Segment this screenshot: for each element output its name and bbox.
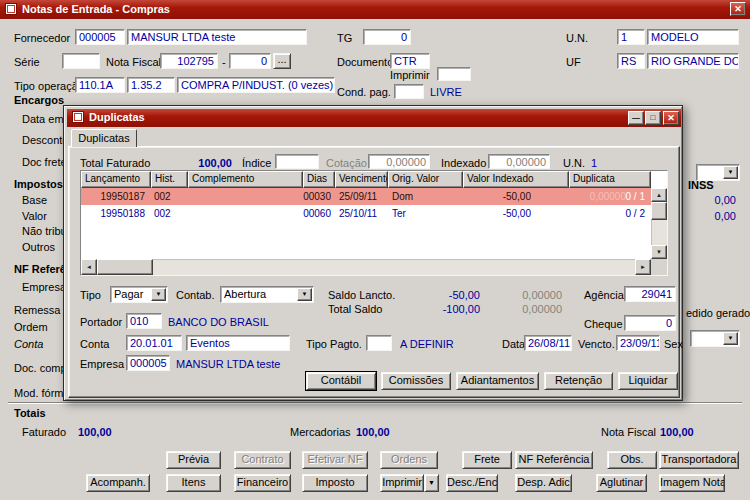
un-code-field[interactable]: 1	[617, 29, 645, 45]
col-complemento[interactable]: Complemento	[188, 171, 303, 188]
window-title: Notas de Entrada - Compras	[22, 3, 170, 15]
retencao-button[interactable]: Retenção	[544, 372, 613, 390]
fornecedor-name-field[interactable]: MANSUR LTDA teste	[127, 29, 307, 45]
uf-label: UF	[566, 56, 581, 68]
desp-adic-button[interactable]: Desp. Adic	[515, 474, 572, 492]
financeiro-button[interactable]: Financeiro	[234, 474, 291, 492]
vencto-weekday: Sex	[664, 338, 683, 350]
col-valor-indexado[interactable]: Valor Indexado	[463, 171, 569, 188]
un-name-field[interactable]: MODELO	[647, 29, 739, 45]
empresa-field[interactable]: 000005	[126, 355, 170, 371]
tipo-pagto-field[interactable]	[366, 335, 392, 351]
nota-fiscal-number-field[interactable]: 102795	[160, 53, 218, 69]
portador-name: BANCO DO BRASIL	[168, 316, 269, 328]
cond-pag-field[interactable]	[394, 84, 424, 99]
vscroll-thumb[interactable]	[651, 202, 667, 220]
chevron-down-icon[interactable]: ▼	[723, 166, 738, 179]
mercadorias-value: 100,00	[356, 426, 390, 438]
chevron-down-icon[interactable]: ▼	[297, 288, 312, 301]
imagem-nota-button[interactable]: Imagem Nota	[659, 474, 725, 492]
col-duplicata[interactable]: Duplicata	[569, 171, 651, 188]
tipo-operacao-desc-field[interactable]: COMPRA P/INDUST. (0 vezes)	[177, 77, 335, 93]
col-orig-valor[interactable]: Orig. Valor	[388, 171, 463, 188]
cheque-label: Cheque	[584, 318, 623, 330]
close-icon[interactable]: ✕	[730, 2, 746, 16]
data-label: Data	[502, 338, 525, 350]
imprimir-dropdown-icon[interactable]: ▼	[424, 474, 439, 492]
aglutinar-button[interactable]: Aglutinar	[596, 474, 647, 492]
tipo-select[interactable]: Pagar ▼	[110, 286, 168, 303]
totais-title: Totais	[14, 407, 46, 419]
uf-name-field[interactable]: RIO GRANDE DO SUL	[647, 53, 739, 69]
portador-code-field[interactable]: 010	[126, 313, 162, 329]
table-row-selected[interactable]: 19950187 002 00030 25/09/11 Dom -50,00 0…	[81, 188, 651, 205]
table-row[interactable]: 19950188 002 00060 25/10/11 Ter -50,00 0…	[81, 205, 651, 222]
vencto-field[interactable]: 23/09/11	[616, 335, 660, 351]
imposto-button[interactable]: Imposto	[302, 474, 368, 492]
documento-label: Documento	[337, 56, 393, 68]
cheque-field[interactable]: 0	[624, 315, 676, 331]
chevron-down-icon[interactable]: ▼	[151, 288, 166, 301]
label-remessa: Remessa	[14, 304, 60, 316]
nf-referencia-button[interactable]: NF Referência	[515, 451, 593, 469]
indice-label: Índice	[242, 157, 271, 169]
indice-field[interactable]	[275, 154, 319, 169]
un-header-label: U.N.	[563, 157, 585, 169]
nota-fiscal-suffix-field[interactable]: 0	[229, 53, 271, 69]
desc-enc-button[interactable]: Desc./Enc	[446, 474, 498, 492]
saldo-lancto-indexado: 0,00000	[488, 289, 562, 301]
close-icon[interactable]: ✕	[663, 111, 679, 125]
minimize-icon[interactable]: —	[628, 111, 644, 125]
fornecedor-code-field[interactable]: 000005	[75, 29, 125, 45]
frete-button[interactable]: Frete	[462, 451, 512, 469]
conta-label: Conta	[80, 338, 109, 350]
browse-button[interactable]: ...	[273, 53, 291, 69]
scroll-up-icon[interactable]: ▲	[651, 188, 667, 202]
horizontal-scrollbar[interactable]: ◄ ►	[81, 259, 651, 275]
cell-orig-valor: -50,00	[441, 190, 531, 203]
obs-button[interactable]: Obs.	[607, 451, 657, 469]
col-hist[interactable]: Hist.	[151, 171, 188, 188]
hscroll-thumb[interactable]	[97, 259, 153, 275]
col-lancamento[interactable]: Lançamento	[81, 171, 151, 188]
tipo-operacao-code1-field[interactable]: 110.1A	[75, 77, 125, 93]
pedido-gerado-label: edido gerado	[686, 307, 750, 319]
cell-lancamento: 19950187	[85, 190, 145, 203]
indexado-field: 0,00000	[488, 154, 550, 169]
previa-button[interactable]: Prévia	[166, 451, 221, 469]
scroll-down-icon[interactable]: ▼	[651, 245, 667, 259]
col-vencimento[interactable]: Vencimento	[335, 171, 388, 188]
adiantamentos-button[interactable]: Adiantamentos	[456, 372, 539, 390]
dialog-titlebar[interactable]: Duplicatas — □ ✕	[67, 109, 681, 127]
scroll-right-icon[interactable]: ►	[635, 259, 651, 275]
tab-duplicatas[interactable]: Duplicatas	[71, 129, 137, 147]
serie-field[interactable]	[62, 53, 100, 69]
liquidar-button[interactable]: Liquidar	[618, 372, 678, 390]
transportadora-button[interactable]: Transportadora	[659, 451, 739, 469]
main-titlebar[interactable]: Notas de Entrada - Compras ✕	[0, 0, 750, 19]
comissoes-button[interactable]: Comissões	[381, 372, 451, 390]
cond-pag-label: Cond. pag.	[337, 86, 391, 98]
tg-field[interactable]: 0	[363, 29, 411, 45]
itens-button[interactable]: Itens	[166, 474, 221, 492]
data-field[interactable]: 26/08/11	[524, 335, 572, 351]
scroll-left-icon[interactable]: ◄	[81, 259, 97, 275]
acompanh-button[interactable]: Acompanh.	[86, 474, 150, 492]
col-dias[interactable]: Dias	[303, 171, 335, 188]
totais-divider	[8, 402, 742, 404]
agencia-field[interactable]: 29041	[624, 286, 676, 302]
conta-name-field[interactable]: Eventos	[186, 335, 290, 351]
ordens-button: Ordens	[380, 451, 438, 469]
maximize-icon[interactable]: □	[645, 111, 661, 125]
conta-code-field[interactable]: 20.01.01	[126, 335, 182, 351]
vertical-scrollbar[interactable]: ▲ ▼	[651, 188, 667, 259]
contabil-button[interactable]: Contábil	[306, 372, 376, 390]
tipo-operacao-code2-field[interactable]: 1.35.2	[127, 77, 175, 93]
contab-select[interactable]: Abertura ▼	[220, 286, 314, 303]
right-select-bottom[interactable]: ▼	[690, 330, 740, 347]
imprimir-field[interactable]	[437, 67, 471, 81]
chevron-down-icon[interactable]: ▼	[723, 332, 738, 345]
documento-field[interactable]: CTR	[390, 53, 430, 69]
uf-code-field[interactable]: RS	[617, 53, 645, 69]
imprimir-button[interactable]: Imprimir	[380, 474, 424, 492]
